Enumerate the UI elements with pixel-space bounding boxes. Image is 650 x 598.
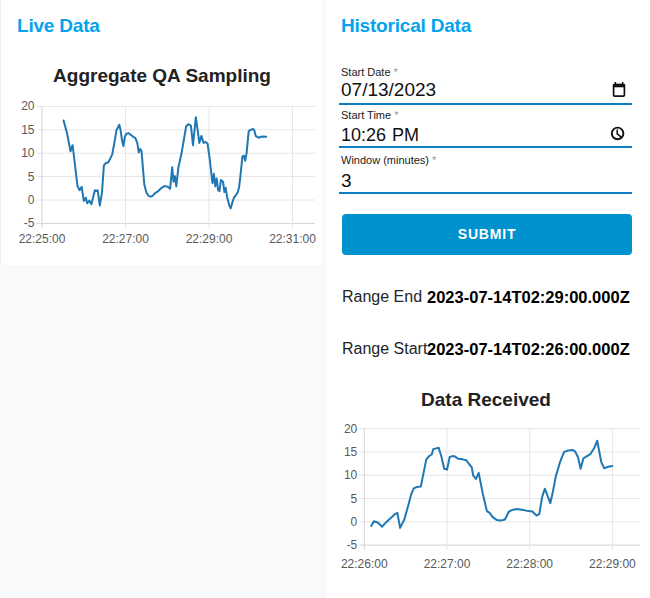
svg-text:Data Received: Data Received <box>421 389 551 410</box>
svg-text:0: 0 <box>28 193 35 207</box>
svg-text:Aggregate QA Sampling: Aggregate QA Sampling <box>53 65 271 86</box>
svg-text:20: 20 <box>344 422 358 436</box>
svg-text:15: 15 <box>344 445 358 459</box>
svg-text:22:26:00: 22:26:00 <box>341 557 388 571</box>
svg-text:22:25:00: 22:25:00 <box>19 232 66 246</box>
svg-text:10: 10 <box>344 468 358 482</box>
svg-text:22:29:00: 22:29:00 <box>589 557 636 571</box>
svg-text:10: 10 <box>21 146 35 160</box>
svg-text:22:27:00: 22:27:00 <box>424 557 471 571</box>
svg-text:0: 0 <box>351 515 358 529</box>
svg-text:22:28:00: 22:28:00 <box>506 557 553 571</box>
svg-text:5: 5 <box>28 170 35 184</box>
svg-text:20: 20 <box>21 99 35 113</box>
svg-text:22:27:00: 22:27:00 <box>102 232 149 246</box>
svg-text:-5: -5 <box>24 216 35 230</box>
svg-text:15: 15 <box>21 123 35 137</box>
svg-text:-5: -5 <box>347 538 358 552</box>
svg-text:5: 5 <box>351 492 358 506</box>
svg-text:22:31:00: 22:31:00 <box>269 232 316 246</box>
svg-text:22:29:00: 22:29:00 <box>186 232 233 246</box>
